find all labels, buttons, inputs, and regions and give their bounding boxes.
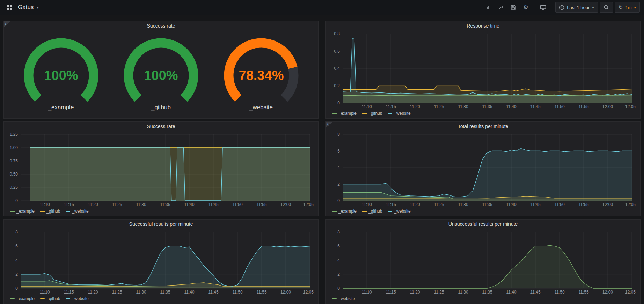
svg-text:6: 6 [337,149,340,154]
unsuccessful-results-chart[interactable]: 0246811:1011:1511:2011:2511:3011:3511:40… [329,229,637,295]
legend-swatch [362,211,367,212]
panel-title[interactable]: Total results per minute [458,124,508,129]
svg-text:1.25: 1.25 [10,132,18,137]
svg-text:2: 2 [337,182,340,187]
legend-label: _website [338,296,355,301]
panel-unsuccessful-results: Unsuccessful results per minute 0246811:… [325,219,641,304]
legend-item-_example[interactable]: _example [10,209,35,214]
svg-text:11:25: 11:25 [434,202,444,207]
legend-label: _website [72,296,88,301]
dashboard-grid-icon[interactable] [4,2,15,13]
success-rate-chart[interactable]: 00.250.500.751.001.2511:1011:1511:2011:2… [7,132,315,208]
chart-legend: _example_github_website [329,110,637,117]
svg-text:0: 0 [15,198,18,203]
svg-text:11:50: 11:50 [232,290,242,295]
gauge-title-_example: _example [48,104,74,111]
svg-text:11:10: 11:10 [39,202,50,207]
svg-text:78.34%: 78.34% [239,68,284,83]
svg-text:100%: 100% [144,68,178,83]
panel-title[interactable]: Response time [467,23,499,29]
info-glyph: i [5,22,6,25]
share-button[interactable] [496,2,506,13]
chevron-down-icon[interactable]: ▾ [37,6,39,9]
refresh-interval-label: 1m [625,5,631,10]
svg-text:6: 6 [337,244,340,249]
legend-swatch [10,211,15,212]
svg-text:11:40: 11:40 [184,290,194,295]
legend-item-_github[interactable]: _github [40,209,60,214]
legend-label: _github [368,111,382,116]
legend-item-_example[interactable]: _example [332,209,357,214]
gauge-_website: 78.34%_website [215,37,307,111]
svg-text:11:15: 11:15 [64,290,74,295]
chart-canvas[interactable]: 0246811:1011:1511:2011:2511:3011:3511:40… [7,229,315,295]
panel-title[interactable]: Success rate [147,23,175,29]
panel-header: Success rate [4,122,318,131]
legend-swatch [362,113,367,114]
panel-title[interactable]: Successful results per minute [129,221,193,227]
legend-label: _example [338,111,357,116]
panel-title[interactable]: Success rate [147,124,175,129]
legend-item-_website[interactable]: _website [332,296,355,301]
svg-text:11:55: 11:55 [256,290,266,295]
chart-canvas[interactable]: 0246811:1011:1511:2011:2511:3011:3511:40… [329,132,637,208]
svg-text:11:10: 11:10 [361,202,372,207]
chevron-down-icon: ▾ [634,6,636,9]
svg-text:12:00: 12:00 [280,290,291,295]
settings-button[interactable]: ⚙ [520,2,531,13]
svg-text:12:05: 12:05 [625,104,636,109]
add-panel-button[interactable] [484,2,494,13]
panel-info-icon[interactable]: i [4,21,10,28]
legend-item-_example[interactable]: _example [332,111,357,116]
tv-mode-button[interactable] [538,2,548,13]
legend-item-_website[interactable]: _website [388,111,410,116]
legend-label: _github [46,296,60,301]
refresh-icon: ↻ [619,4,623,10]
svg-text:11:50: 11:50 [554,290,564,295]
dashboard-title[interactable]: Gatus [18,4,34,11]
panel-title[interactable]: Unsuccessful results per minute [448,221,518,227]
legend-item-_github[interactable]: _github [362,111,382,116]
legend-swatch [388,211,392,212]
clock-icon [559,5,564,10]
panel-info-icon[interactable]: i [326,122,332,128]
save-icon [511,5,516,10]
legend-item-_github[interactable]: _github [362,209,382,214]
legend-swatch [332,298,337,299]
dashboard-grid: i Success rate 100%_example100%_github78… [0,15,644,304]
panel-response-time: Response time 00.20.40.60.811:1011:1511:… [325,21,641,119]
search-minus-icon [603,5,609,10]
legend-swatch [66,211,70,212]
svg-text:11:15: 11:15 [64,202,74,207]
svg-text:12:00: 12:00 [602,202,613,207]
legend-item-_website[interactable]: _website [66,209,88,214]
svg-text:11:30: 11:30 [458,290,468,295]
zoom-out-button[interactable] [600,2,613,13]
svg-text:11:30: 11:30 [136,202,146,207]
svg-text:12:00: 12:00 [280,202,291,207]
svg-text:4: 4 [15,258,18,263]
successful-results-chart[interactable]: 0246811:1011:1511:2011:2511:3011:3511:40… [7,229,315,295]
refresh-button[interactable]: ↻ 1m ▾ [615,2,640,13]
chart-canvas[interactable]: 00.20.40.60.811:1011:1511:2011:2511:3011… [329,31,637,110]
legend-item-_website[interactable]: _website [66,296,88,301]
save-button[interactable] [508,2,519,13]
chart-canvas[interactable]: 0246811:1011:1511:2011:2511:3011:3511:40… [329,229,637,295]
svg-text:11:35: 11:35 [482,202,492,207]
legend-item-_github[interactable]: _github [40,296,60,301]
success-rate-gauges: 100%_example100%_github78.34%_website [4,30,318,118]
svg-text:11:50: 11:50 [232,202,242,207]
chart-canvas[interactable]: 00.250.500.751.001.2511:1011:1511:2011:2… [7,132,315,208]
time-range-button[interactable]: Last 1 hour ▾ [555,2,598,13]
svg-text:8: 8 [337,230,340,235]
share-icon [498,5,504,10]
total-results-chart[interactable]: 0246811:1011:1511:2011:2511:3011:3511:40… [329,132,637,208]
legend-item-_example[interactable]: _example [10,296,35,301]
legend-label: _website [394,209,410,214]
legend-label: _example [16,296,35,301]
legend-item-_website[interactable]: _website [388,209,410,214]
svg-text:6: 6 [15,244,18,249]
response-time-chart[interactable]: 00.20.40.60.811:1011:1511:2011:2511:3011… [329,31,637,110]
svg-text:11:45: 11:45 [208,202,218,207]
chart-legend: _example_github_website [7,208,315,215]
